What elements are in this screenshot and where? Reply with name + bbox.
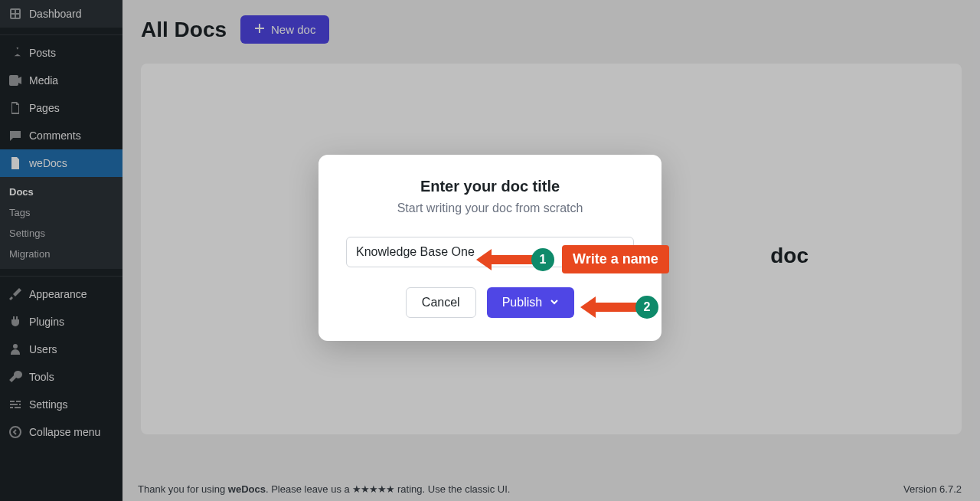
step-number-badge: 2 xyxy=(635,296,658,319)
sidebar-separator xyxy=(0,31,122,35)
sidebar-item-dashboard[interactable]: Dashboard xyxy=(0,0,122,28)
modal-subtitle: Start writing your doc from scratch xyxy=(346,201,634,215)
sidebar-item-plugins[interactable]: Plugins xyxy=(0,308,122,336)
sidebar-item-label: Settings xyxy=(29,398,68,411)
arrow-icon xyxy=(476,249,492,270)
sidebar-item-collapse[interactable]: Collapse menu xyxy=(0,418,122,446)
publish-label: Publish xyxy=(502,296,542,309)
submenu-item-tags[interactable]: Tags xyxy=(0,202,122,223)
sidebar-item-label: weDocs xyxy=(29,157,67,169)
sidebar-item-settings[interactable]: Settings xyxy=(0,391,122,418)
pin-icon xyxy=(8,45,23,61)
submenu-item-settings[interactable]: Settings xyxy=(0,223,122,244)
sidebar-item-label: Posts xyxy=(29,47,56,59)
new-doc-button[interactable]: New doc xyxy=(240,15,329,44)
sidebar-item-tools[interactable]: Tools xyxy=(0,363,122,391)
sidebar-item-label: Media xyxy=(29,74,58,87)
doc-icon xyxy=(8,156,23,171)
sidebar-item-posts[interactable]: Posts xyxy=(0,39,122,67)
svg-point-0 xyxy=(13,344,18,349)
footer: Thank you for using weDocs. Please leave… xyxy=(138,483,962,495)
new-doc-label: New doc xyxy=(271,23,315,36)
sidebar-item-label: Tools xyxy=(29,371,54,383)
sidebar-item-label: Pages xyxy=(29,102,60,114)
comment-icon xyxy=(8,128,23,143)
chevron-down-icon xyxy=(550,296,559,309)
wrench-icon xyxy=(8,369,23,385)
sidebar-item-pages[interactable]: Pages xyxy=(0,94,122,122)
sidebar-item-label: Appearance xyxy=(29,288,87,300)
sidebar-item-users[interactable]: Users xyxy=(0,336,122,363)
sidebar-separator xyxy=(0,273,122,277)
cancel-button[interactable]: Cancel xyxy=(406,287,476,318)
page-header: All Docs New doc xyxy=(141,15,962,44)
sidebar-item-comments[interactable]: Comments xyxy=(0,122,122,149)
annotation-step-1: 1 Write a name xyxy=(476,245,669,273)
svg-point-1 xyxy=(10,427,21,437)
footer-thanks: Thank you for using weDocs. Please leave… xyxy=(138,483,510,495)
annotation-label: Write a name xyxy=(562,245,669,273)
page-title: All Docs xyxy=(141,18,227,42)
brush-icon xyxy=(8,287,23,302)
sidebar-item-label: Plugins xyxy=(29,316,64,328)
collapse-icon xyxy=(8,424,23,440)
sidebar-item-media[interactable]: Media xyxy=(0,67,122,94)
user-icon xyxy=(8,342,23,357)
sidebar-item-label: Users xyxy=(29,343,57,355)
sliders-icon xyxy=(8,397,23,412)
arrow-icon xyxy=(580,296,596,318)
sidebar-item-label: Collapse menu xyxy=(29,426,100,438)
submenu-item-migration[interactable]: Migration xyxy=(0,244,122,264)
media-icon xyxy=(8,73,23,88)
sidebar-item-label: Comments xyxy=(29,129,81,142)
hero-partial-text: doc xyxy=(770,244,808,268)
sidebar-submenu-wedocs: Docs Tags Settings Migration xyxy=(0,177,122,269)
sidebar-item-wedocs[interactable]: weDocs xyxy=(0,149,122,177)
step-number-badge: 1 xyxy=(531,248,554,271)
dashboard-icon xyxy=(8,6,23,21)
plus-icon xyxy=(254,23,265,36)
sidebar-item-appearance[interactable]: Appearance xyxy=(0,280,122,308)
annotation-step-2: 2 xyxy=(580,296,658,319)
arrow-shaft xyxy=(492,255,537,264)
modal-title: Enter your doc title xyxy=(346,178,634,195)
arrow-shaft xyxy=(596,303,642,312)
plug-icon xyxy=(8,314,23,329)
footer-version: Version 6.7.2 xyxy=(903,483,962,495)
admin-sidebar: Dashboard Posts Media Pages Comments weD… xyxy=(0,0,122,501)
submenu-item-docs[interactable]: Docs xyxy=(0,182,122,202)
publish-button[interactable]: Publish xyxy=(487,287,574,318)
star-rating: ★★★★★ xyxy=(352,483,394,495)
page-icon xyxy=(8,100,23,116)
sidebar-item-label: Dashboard xyxy=(29,8,82,20)
